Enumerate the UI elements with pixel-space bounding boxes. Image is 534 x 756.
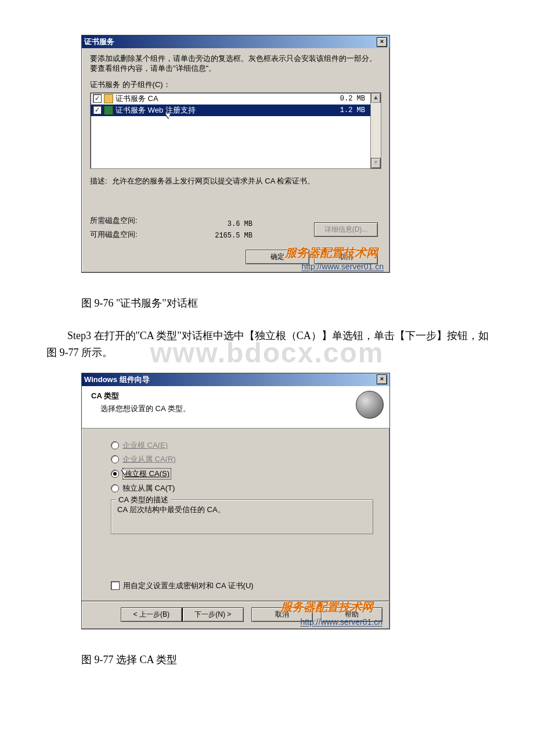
step-paragraph: Step3 在打开的"CA 类型"对话框中选中【独立根（CA）】单选钮，单击【下… xyxy=(46,327,493,361)
radio-standalone-sub[interactable]: 独立从属 CA(T) xyxy=(111,483,372,494)
web-icon xyxy=(104,106,113,115)
space-available-value: 2165.5 MB xyxy=(183,232,252,240)
item-size: 0.2 MB xyxy=(340,95,369,103)
space-required-value: 3.6 MB xyxy=(183,220,252,228)
titlebar: 证书服务 × xyxy=(82,35,389,48)
ca-type-dialog: Windows 组件向导 × CA 类型 选择您想设置的 CA 类型。 企业根 … xyxy=(81,373,390,629)
radio-icon xyxy=(111,470,119,478)
ok-button[interactable]: 确定 xyxy=(246,250,309,264)
next-button[interactable]: 下一步(N) > xyxy=(182,607,244,622)
radio-icon xyxy=(111,455,119,463)
list-item[interactable]: ✓ 证书服务 Web 注册支持 1.2 MB xyxy=(91,105,371,116)
dialog-title: Windows 组件向导 xyxy=(84,373,150,386)
close-button[interactable]: × xyxy=(377,375,387,384)
ca-type-dialog-screenshot: Windows 组件向导 × CA 类型 选择您想设置的 CA 类型。 企业根 … xyxy=(81,373,493,629)
subcomponents-label: 证书服务 的子组件(C)： xyxy=(90,80,381,90)
space-required-label: 所需磁盘空间: xyxy=(90,215,160,226)
dialog-title: 证书服务 xyxy=(84,35,114,48)
scrollbar[interactable]: ▲ ▼ xyxy=(370,93,381,168)
custom-settings-checkbox-row[interactable]: 用自定义设置生成密钥对和 CA 证书(U) xyxy=(111,581,372,591)
wizard-disc-icon xyxy=(356,391,384,419)
cancel-button[interactable]: 取消 xyxy=(251,607,313,622)
radio-icon xyxy=(111,484,119,492)
figure-caption-1: 图 9-76 "证书服务"对话框 xyxy=(81,296,493,310)
radio-standalone-root[interactable]: 独立根 CA(S) xyxy=(111,468,372,480)
figure-caption-2: 图 9-77 选择 CA 类型 xyxy=(81,653,493,667)
item-size: 1.2 MB xyxy=(340,106,369,114)
scroll-up-button[interactable]: ▲ xyxy=(371,93,381,103)
groupbox-text: CA 层次结构中最受信任的 CA。 xyxy=(117,505,367,515)
wizard-header: CA 类型 选择您想设置的 CA 类型。 xyxy=(82,386,389,429)
hint-text: 要添加或删除某个组件，请单击旁边的复选框。灰色框表示只会安装该组件的一部分。要查… xyxy=(90,54,381,74)
back-button[interactable]: < 上一步(B) xyxy=(121,607,182,622)
cert-service-dialog-screenshot: 证书服务 × 要添加或删除某个组件，请单击旁边的复选框。灰色框表示只会安装该组件… xyxy=(81,35,493,273)
scroll-down-button[interactable]: ▼ xyxy=(371,158,381,168)
radio-enterprise-root[interactable]: 企业根 CA(E) xyxy=(111,440,372,451)
checkbox-icon[interactable] xyxy=(111,581,120,590)
close-button[interactable]: × xyxy=(377,37,387,47)
item-name: 证书服务 Web 注册支持 xyxy=(116,105,338,116)
checkbox-icon[interactable]: ✓ xyxy=(93,106,102,114)
description-text: 允许在您的服务器上发行网页以提交请求并从 CA 检索证书。 xyxy=(112,176,381,186)
cert-icon xyxy=(104,94,113,103)
subcomponents-listbox[interactable]: ✓ 证书服务 CA 0.2 MB ✓ 证书服务 Web 注册支持 1.2 MB xyxy=(90,92,381,169)
item-name: 证书服务 CA xyxy=(116,93,338,104)
space-available-label: 可用磁盘空间: xyxy=(90,229,160,240)
ca-description-groupbox: CA 类型的描述 CA 层次结构中最受信任的 CA。 xyxy=(111,499,373,534)
cert-service-dialog: 证书服务 × 要添加或删除某个组件，请单击旁边的复选框。灰色框表示只会安装该组件… xyxy=(81,35,390,273)
titlebar: Windows 组件向导 × xyxy=(82,373,389,386)
details-button[interactable]: 详细信息(D)... xyxy=(314,222,378,237)
wizard-title: CA 类型 xyxy=(91,391,356,401)
help-button[interactable]: 帮助 xyxy=(321,607,383,622)
list-item[interactable]: ✓ 证书服务 CA 0.2 MB xyxy=(91,93,371,105)
checkbox-icon[interactable]: ✓ xyxy=(93,94,102,103)
checkbox-label: 用自定义设置生成密钥对和 CA 证书(U) xyxy=(123,581,254,591)
radio-icon xyxy=(111,441,119,449)
radio-enterprise-sub[interactable]: 企业从属 CA(R) xyxy=(111,454,372,465)
wizard-subtitle: 选择您想设置的 CA 类型。 xyxy=(91,404,356,414)
groupbox-legend: CA 类型的描述 xyxy=(116,495,171,505)
description-label: 描述: xyxy=(90,176,107,186)
cancel-button[interactable]: 取消 xyxy=(314,250,378,264)
